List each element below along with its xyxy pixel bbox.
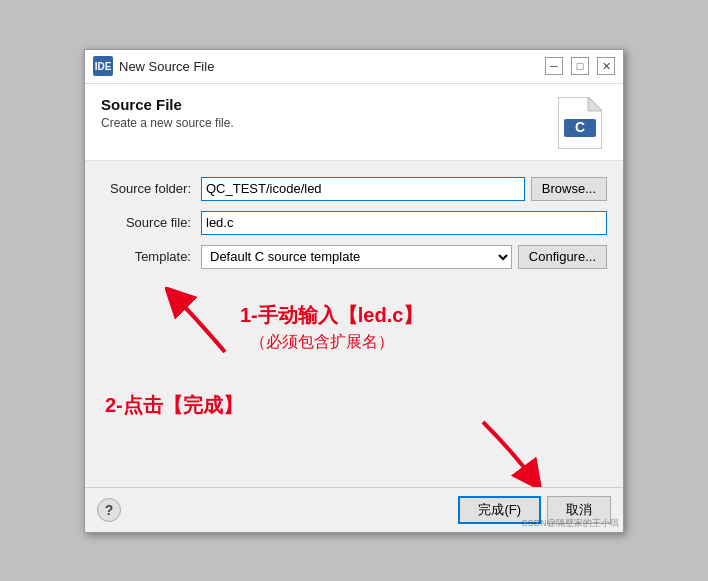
source-file-input[interactable] bbox=[201, 211, 607, 235]
svg-text:C: C bbox=[575, 119, 585, 135]
template-select-container: Default C source template Configure... bbox=[201, 245, 607, 269]
annotation-text-3: 2-点击【完成】 bbox=[105, 392, 243, 419]
title-controls: ─ □ ✕ bbox=[545, 57, 615, 75]
source-folder-input[interactable] bbox=[201, 177, 525, 201]
browse-button[interactable]: Browse... bbox=[531, 177, 607, 201]
svg-marker-1 bbox=[588, 97, 602, 111]
template-row: Template: Default C source template Conf… bbox=[101, 245, 607, 269]
title-bar: IDE New Source File ─ □ ✕ bbox=[85, 50, 623, 84]
source-file-row: Source file: bbox=[101, 211, 607, 235]
ide-icon: IDE bbox=[93, 56, 113, 76]
watermark: CSDN@隔壁家的王小琪 bbox=[521, 517, 619, 530]
source-folder-label: Source folder: bbox=[101, 181, 201, 196]
minimize-button[interactable]: ─ bbox=[545, 57, 563, 75]
source-file-label: Source file: bbox=[101, 215, 201, 230]
form-section: Source folder: Browse... Source file: Te… bbox=[85, 161, 623, 287]
annotation-text-2: （必须包含扩展名） bbox=[250, 332, 394, 353]
close-button[interactable]: ✕ bbox=[597, 57, 615, 75]
template-label: Template: bbox=[101, 249, 201, 264]
source-folder-row: Source folder: Browse... bbox=[101, 177, 607, 201]
window-title: New Source File bbox=[119, 59, 214, 74]
header-title: Source File bbox=[101, 96, 234, 113]
annotation-area: 1-手动输入【led.c】 （必须包含扩展名） 2-点击【完成】 bbox=[85, 287, 623, 487]
configure-button[interactable]: Configure... bbox=[518, 245, 607, 269]
maximize-button[interactable]: □ bbox=[571, 57, 589, 75]
arrow-2-svg bbox=[463, 417, 543, 487]
annotation-text-1: 1-手动输入【led.c】 bbox=[240, 302, 423, 329]
arrow-1-svg bbox=[165, 287, 245, 357]
title-bar-left: IDE New Source File bbox=[93, 56, 214, 76]
template-select[interactable]: Default C source template bbox=[201, 245, 512, 269]
header-section: Source File Create a new source file. C bbox=[85, 84, 623, 161]
dialog-window: IDE New Source File ─ □ ✕ Source File Cr… bbox=[84, 49, 624, 533]
file-icon-container: C bbox=[553, 96, 607, 150]
help-button[interactable]: ? bbox=[97, 498, 121, 522]
c-file-icon: C bbox=[558, 97, 602, 149]
header-subtitle: Create a new source file. bbox=[101, 116, 234, 130]
header-text: Source File Create a new source file. bbox=[101, 96, 234, 130]
